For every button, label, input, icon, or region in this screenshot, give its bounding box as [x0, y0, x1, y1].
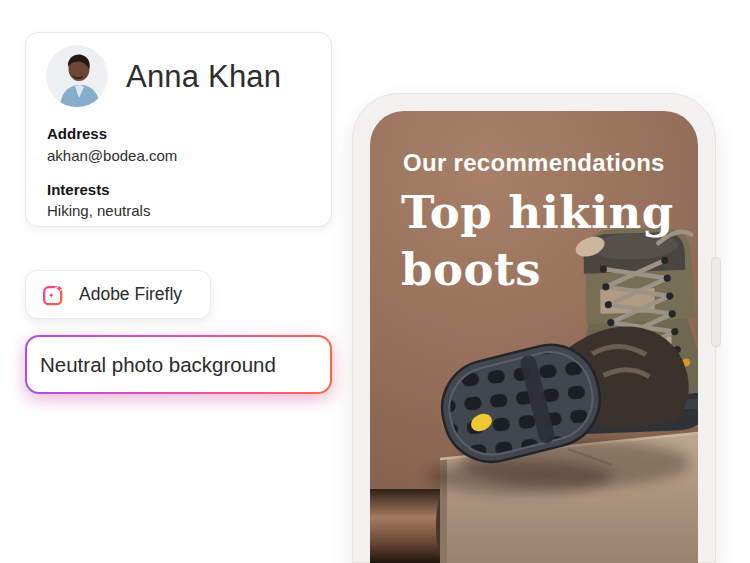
page: Anna Khan Address akhan@bodea.com Intere…: [0, 0, 750, 563]
field-address-value: akhan@bodea.com: [47, 145, 177, 167]
field-interests: Interests Hiking, neutrals: [47, 179, 177, 223]
ad-headline-line1: Top hiking: [401, 185, 674, 242]
prompt-input[interactable]: Neutral photo background: [25, 335, 332, 394]
profile-name: Anna Khan: [126, 59, 281, 95]
profile-fields: Address akhan@bodea.com Interests Hiking…: [47, 123, 177, 234]
adobe-firefly-icon: [42, 283, 66, 307]
prompt-input-value: Neutral photo background: [27, 353, 276, 377]
ad-eyebrow: Our recommendations: [403, 149, 665, 177]
field-address-label: Address: [47, 123, 177, 145]
hiking-boots-photo: [370, 111, 698, 563]
field-interests-label: Interests: [47, 179, 177, 201]
adobe-firefly-button[interactable]: Adobe Firefly: [25, 270, 211, 319]
ad-headline: Top hiking boots: [401, 185, 674, 298]
profile-card: Anna Khan Address akhan@bodea.com Intere…: [25, 32, 332, 227]
phone-screen: Our recommendations Top hiking boots: [370, 111, 698, 563]
phone-side-button: [711, 257, 721, 347]
avatar: [46, 45, 108, 107]
ad-headline-line2: boots: [401, 242, 674, 299]
phone-mockup: Our recommendations Top hiking boots: [352, 93, 716, 563]
adobe-firefly-label: Adobe Firefly: [79, 284, 182, 305]
field-address: Address akhan@bodea.com: [47, 123, 177, 167]
field-interests-value: Hiking, neutrals: [47, 200, 177, 222]
